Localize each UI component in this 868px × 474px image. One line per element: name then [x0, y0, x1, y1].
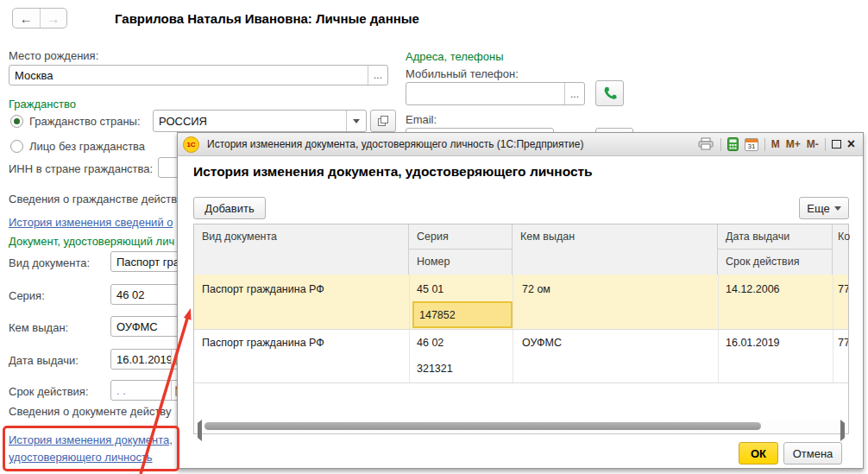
row2-doc-type-cell[interactable]: Паспорт гражданина РФ — [202, 337, 402, 349]
stateless-radio[interactable] — [10, 140, 23, 153]
row2-series-cell[interactable]: 46 02 — [417, 337, 506, 349]
back-button[interactable]: ← — [13, 9, 40, 28]
history-table: Вид документа Серия Номер Кем выдан Дата… — [193, 224, 849, 434]
mobile-label: Мобильный телефон: — [406, 67, 519, 80]
titlebar-separator — [720, 138, 721, 151]
history-dialog: 1С История изменения документа, удостове… — [177, 132, 864, 469]
column-header-code[interactable]: Ко — [833, 224, 848, 275]
row1-code-cell[interactable]: 77 — [838, 283, 848, 295]
validity-value: . . — [111, 384, 171, 397]
arrow-right-icon — [840, 420, 845, 441]
calculator-icon — [727, 137, 739, 151]
row-divider — [194, 382, 848, 383]
doc-type-label: Вид документа: — [9, 256, 90, 269]
dialog-title: История изменения документа, удостоверяю… — [207, 138, 583, 150]
add-button[interactable]: Добавить — [193, 197, 266, 219]
row1-doc-type-cell[interactable]: Паспорт гражданина РФ — [202, 283, 402, 295]
dialog-titlebar[interactable]: 1С История изменения документа, удостове… — [178, 133, 863, 156]
document-section-label: Документ, удостоверяющий лич — [9, 235, 174, 248]
column-header-issued-by[interactable]: Кем выдан — [513, 224, 718, 275]
mobile-input[interactable]: ... — [406, 82, 585, 105]
calculator-button[interactable] — [727, 137, 739, 151]
column-header-series[interactable]: Серия — [409, 224, 513, 250]
addresses-section-label: Адреса, телефоны — [406, 50, 504, 63]
birthplace-value: Москва — [9, 69, 368, 82]
table-gridline — [833, 275, 833, 382]
row1-issued-by-cell[interactable]: 72 ом — [522, 283, 712, 295]
stateless-label: Лицо без гражданства — [29, 140, 145, 153]
maximize-button[interactable] — [832, 140, 841, 149]
row1-issue-date-cell[interactable]: 14.12.2006 — [726, 283, 826, 295]
mobile-ellipsis-button[interactable]: ... — [564, 83, 584, 104]
citizenship-country-combobox[interactable]: РОССИЯ — [153, 110, 367, 132]
printer-icon — [697, 137, 714, 151]
chevron-down-icon — [353, 119, 360, 123]
horizontal-scrollbar[interactable] — [195, 420, 847, 433]
citizenship-section-label: Гражданство — [9, 98, 76, 111]
forward-arrow-icon: → — [47, 11, 60, 26]
calendar-button[interactable]: 31 — [745, 137, 758, 151]
inn-label: ИНН в стране гражданства: — [9, 162, 153, 175]
citizenship-country-radio[interactable] — [10, 115, 23, 128]
column-header-number[interactable]: Номер — [409, 250, 513, 275]
forward-button[interactable]: → — [40, 9, 67, 28]
row2-code-cell[interactable]: 77 — [838, 337, 848, 349]
series-label: Серия: — [9, 289, 45, 302]
table-gridline — [513, 275, 513, 382]
arrow-left-icon — [198, 420, 202, 441]
ellipsis-icon: ... — [374, 69, 382, 81]
memory-m-button[interactable]: M — [771, 138, 780, 150]
dialog-heading: История изменения документа, удостоверяю… — [193, 164, 593, 180]
scroll-right-button[interactable] — [840, 423, 845, 439]
titlebar-separator — [825, 138, 826, 151]
call-phone-button[interactable] — [595, 80, 624, 106]
table-gridline — [409, 275, 410, 382]
row2-issued-by-cell[interactable]: ОУФМС — [522, 337, 712, 349]
close-button[interactable]: × — [847, 138, 855, 150]
citizenship-validity-text: Сведения о гражданстве действ — [9, 193, 177, 205]
column-header-issue-date[interactable]: Дата выдачи — [718, 224, 833, 250]
issued-by-label: Кем выдан: — [9, 321, 68, 334]
birthplace-ellipsis-button[interactable]: ... — [368, 66, 387, 85]
scroll-left-button[interactable] — [198, 423, 202, 439]
cancel-button[interactable]: Отмена — [783, 442, 842, 465]
citizenship-history-link[interactable]: История изменения сведений о — [9, 216, 173, 229]
row2-issue-date-cell[interactable]: 16.01.2019 — [726, 337, 826, 349]
row1-number-cell-selected[interactable]: 147852 — [412, 301, 513, 328]
nav-group: ← → — [12, 8, 67, 28]
1c-logo-icon: 1С — [183, 136, 199, 153]
ok-button[interactable]: ОК — [739, 442, 778, 465]
more-button-label: Еще — [807, 202, 829, 215]
citizenship-country-label: Гражданство страны: — [29, 115, 141, 128]
memory-m-minus-button[interactable]: M- — [807, 138, 819, 150]
citizenship-country-dropdown-button[interactable] — [346, 111, 366, 131]
row2-number-cell[interactable]: 321321 — [417, 363, 506, 375]
validity-label: Срок действия: — [9, 385, 89, 398]
document-validity-text: Сведения о документе действу — [9, 405, 172, 418]
print-button[interactable] — [697, 137, 714, 151]
row1-series-cell[interactable]: 45 01 — [417, 283, 506, 295]
back-arrow-icon: ← — [20, 11, 33, 26]
annotation-highlight-box — [3, 426, 179, 471]
open-country-form-button[interactable] — [370, 110, 396, 132]
issue-date-value: 16.01.2019 — [111, 353, 171, 366]
phone-icon — [602, 85, 618, 101]
column-header-doc-type[interactable]: Вид документа — [194, 224, 409, 275]
more-button[interactable]: Еще — [799, 197, 849, 219]
page-title: Гаврилова Наталья Ивановна: Личные данны… — [115, 11, 419, 26]
citizenship-country-value: РОССИЯ — [154, 115, 346, 128]
email-label: Email: — [406, 113, 437, 126]
birthplace-label: Место рождения: — [9, 49, 98, 62]
table-gridline — [718, 275, 719, 382]
open-form-icon — [377, 115, 389, 127]
svg-text:31: 31 — [747, 142, 755, 150]
ellipsis-icon: ... — [570, 88, 579, 100]
calendar-31-icon: 31 — [745, 137, 758, 151]
scrollbar-thumb[interactable] — [204, 422, 761, 430]
column-header-validity[interactable]: Срок действия — [718, 250, 833, 275]
screen: ← → Гаврилова Наталья Ивановна: Личные д… — [0, 0, 868, 474]
memory-m-plus-button[interactable]: M+ — [786, 138, 801, 150]
birthplace-input[interactable]: Москва ... — [9, 65, 388, 85]
titlebar-separator — [764, 138, 765, 151]
issue-date-label: Дата выдачи: — [9, 354, 79, 367]
